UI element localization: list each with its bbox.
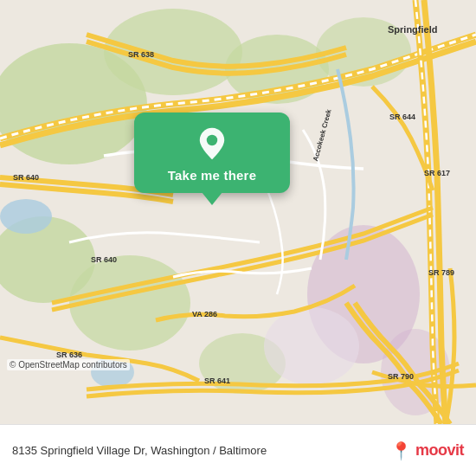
svg-point-12 xyxy=(264,307,359,385)
moovit-pin-icon: 📍 xyxy=(390,441,412,461)
popup-card[interactable]: Take me there xyxy=(134,113,290,193)
map-container: SR 638 SR 640 SR 640 SR 644 SR 617 SR 78… xyxy=(0,0,476,424)
label-sr640-left: SR 640 xyxy=(13,173,39,182)
label-sr644: SR 644 xyxy=(389,113,415,121)
label-sr640-lower: SR 640 xyxy=(91,255,117,264)
label-springfield: Springfield xyxy=(388,24,437,35)
bottom-bar: 8135 Springfield Village Dr, Washington … xyxy=(0,424,476,476)
popup-label: Take me there xyxy=(168,168,256,183)
label-sr636: SR 636 xyxy=(56,351,82,359)
label-sr789: SR 789 xyxy=(428,268,454,277)
svg-point-13 xyxy=(207,135,217,145)
address-text: 8135 Springfield Village Dr, Washington … xyxy=(12,444,267,457)
label-va286: VA 286 xyxy=(192,310,217,318)
label-sr641: SR 641 xyxy=(204,376,230,385)
svg-point-8 xyxy=(0,199,52,234)
moovit-brand-name: moovit xyxy=(415,441,464,460)
label-sr638: SR 638 xyxy=(128,50,154,59)
moovit-logo: 📍 moovit xyxy=(390,441,464,461)
location-pin-icon xyxy=(195,126,229,161)
label-sr790: SR 790 xyxy=(388,372,414,381)
copyright-text: © OpenStreetMap contributors xyxy=(7,359,130,370)
label-sr617: SR 617 xyxy=(424,169,450,177)
